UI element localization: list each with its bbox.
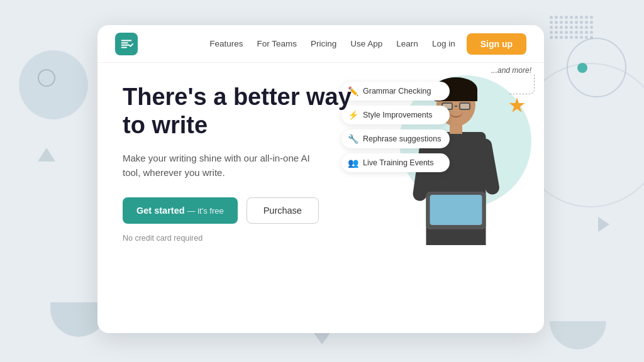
- nav-pricing[interactable]: Pricing: [311, 39, 336, 48]
- laptop: [426, 192, 486, 229]
- nav-for-teams[interactable]: For Teams: [257, 39, 297, 48]
- nav-features[interactable]: Features: [209, 39, 243, 48]
- navbar: Features For Teams Pricing Use App Learn…: [97, 25, 544, 63]
- nav-links: Features For Teams Pricing Use App Learn…: [209, 39, 455, 48]
- rephrase-label: Rephrase suggestions: [363, 134, 441, 143]
- deco-triangle-right: [598, 217, 609, 232]
- no-credit-text: No credit card required: [123, 234, 374, 243]
- deco-arc-bottom-right: [550, 321, 606, 349]
- main-card: Features For Teams Pricing Use App Learn…: [97, 25, 544, 333]
- deco-circle-inner: [38, 69, 55, 87]
- get-started-button[interactable]: Get started— it's free: [123, 197, 238, 224]
- laptop-screen: [430, 195, 482, 225]
- hero-subtitle: Make your writing shine with our all-in-…: [123, 151, 324, 180]
- logo[interactable]: [115, 33, 138, 55]
- person-smile: [449, 111, 463, 118]
- nav-use-app[interactable]: Use App: [350, 39, 382, 48]
- purchase-button[interactable]: Purchase: [247, 197, 319, 224]
- and-more-label: ...and more!: [491, 66, 531, 75]
- get-started-label: Get started: [136, 206, 185, 216]
- hero-title: There's a better way to write: [123, 83, 374, 140]
- hero-left: There's a better way to write Make your …: [123, 83, 374, 333]
- deco-stripes: [550, 16, 594, 47]
- hero-buttons: Get started— it's free Purchase: [123, 197, 374, 224]
- nav-learn[interactable]: Learn: [396, 39, 418, 48]
- signup-button[interactable]: Sign up: [467, 33, 526, 55]
- nav-login[interactable]: Log in: [432, 39, 455, 48]
- glasses-bridge: [455, 106, 457, 107]
- free-tag: — it's free: [187, 206, 224, 216]
- hero-section: There's a better way to write Make your …: [97, 63, 544, 333]
- deco-dot-teal: [577, 63, 587, 73]
- deco-triangle-left: [38, 148, 55, 162]
- glasses-right: [459, 102, 470, 110]
- deco-circle-top-left: [19, 50, 88, 119]
